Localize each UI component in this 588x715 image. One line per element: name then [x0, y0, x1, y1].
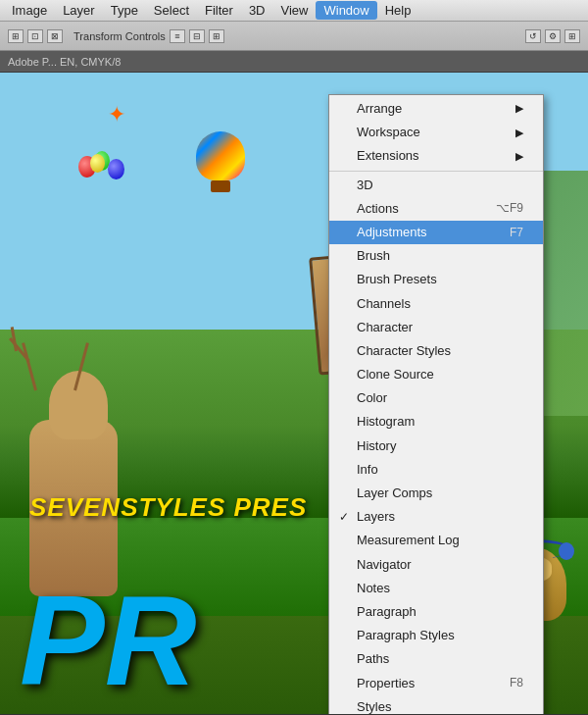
menu-item-brush-presets[interactable]: Brush Presets [329, 268, 543, 291]
firework: ✦ [108, 102, 125, 128]
transform-controls-label: ⊞ ⊡ ⊠ Transform Controls ≡ ⊟ ⊞ [8, 29, 224, 43]
menu-item-arrange[interactable]: Arrange ▶ [329, 97, 543, 121]
menu-item-brush[interactable]: Brush [329, 244, 543, 268]
menu-select[interactable]: Select [146, 1, 197, 20]
settings-icon: ⚙ [545, 29, 561, 43]
balloon-blue [108, 159, 124, 179]
menu-item-clone-source[interactable]: Clone Source [329, 363, 543, 386]
options-right: ↺ ⚙ ⊞ [525, 29, 580, 43]
bottom-text-label: SEVENSTYLES PRES [29, 492, 307, 523]
menu-item-measurement-log[interactable]: Measurement Log [329, 529, 543, 552]
menu-item-layer-comps[interactable]: Layer Comps [329, 482, 543, 505]
options-bar: ⊞ ⊡ ⊠ Transform Controls ≡ ⊟ ⊞ ↺ ⚙ ⊞ [0, 22, 588, 51]
actions-shortcut: ⌥F9 [476, 200, 523, 217]
menu-section-2: 3D Actions ⌥F9 Adjustments F7 Brush Brus… [329, 172, 543, 714]
menu-item-layers[interactable]: ✓ Layers [329, 505, 543, 529]
arrow-icon: ▶ [515, 101, 523, 116]
menu-item-actions[interactable]: Actions ⌥F9 [329, 197, 543, 221]
arrow-icon: ▶ [515, 149, 523, 164]
menu-item-adjustments[interactable]: Adjustments F7 [329, 221, 543, 244]
menu-item-properties[interactable]: Properties F8 [329, 672, 543, 695]
balloon-yellow [90, 154, 105, 173]
menu-item-histogram[interactable]: Histogram [329, 410, 543, 434]
menu-item-paragraph-styles[interactable]: Paragraph Styles [329, 624, 543, 647]
menu-filter[interactable]: Filter [197, 1, 241, 20]
document-title: Adobe P... [8, 56, 57, 68]
transform-icon-3: ⊠ [47, 29, 63, 43]
hot-air-balloon [196, 131, 245, 195]
transform-icon-4: ≡ [170, 29, 185, 43]
menu-item-notes[interactable]: Notes [329, 577, 543, 600]
menu-3d[interactable]: 3D [241, 1, 273, 20]
transform-icon-2: ⊡ [27, 29, 43, 43]
layers-checkmark: ✓ [339, 509, 349, 526]
big-letters: PR [20, 577, 197, 704]
menu-item-navigator[interactable]: Navigator [329, 553, 543, 577]
menu-section-1: Arrange ▶ Workspace ▶ Extensions ▶ [329, 95, 543, 172]
menu-item-extensions[interactable]: Extensions ▶ [329, 144, 543, 168]
transform-icon-5: ⊟ [189, 29, 205, 43]
menu-type[interactable]: Type [103, 1, 146, 20]
menu-item-channels[interactable]: Channels [329, 292, 543, 316]
canvas-area: ✦ JU SEVENSTYLES PRES PR [0, 73, 588, 714]
menu-layer[interactable]: Layer [55, 1, 103, 20]
menu-help[interactable]: Help [377, 1, 419, 20]
menu-item-color[interactable]: Color [329, 386, 543, 410]
arrow-icon: ▶ [515, 126, 523, 140]
menu-item-workspace[interactable]: Workspace ▶ [329, 121, 543, 144]
menu-item-character-styles[interactable]: Character Styles [329, 339, 543, 363]
menu-item-info[interactable]: Info [329, 458, 543, 482]
menu-view[interactable]: View [273, 1, 317, 20]
deer [0, 322, 167, 596]
menu-item-paths[interactable]: Paths [329, 647, 543, 671]
menu-item-styles[interactable]: Styles [329, 695, 543, 714]
document-tab[interactable]: Adobe P... EN, CMYK/8 [0, 51, 588, 73]
menu-item-3d[interactable]: 3D [329, 174, 543, 197]
menu-item-history[interactable]: History [329, 434, 543, 458]
rotate-icon: ↺ [525, 29, 541, 43]
transform-icon-1: ⊞ [8, 29, 24, 43]
menu-item-character[interactable]: Character [329, 316, 543, 339]
grid-icon: ⊞ [564, 29, 580, 43]
menu-item-paragraph[interactable]: Paragraph [329, 600, 543, 624]
menu-image[interactable]: Image [4, 1, 55, 20]
window-dropdown-menu[interactable]: Arrange ▶ Workspace ▶ Extensions ▶ 3D [328, 94, 544, 714]
menu-window[interactable]: Window [316, 1, 376, 20]
transform-label: Transform Controls [74, 30, 166, 42]
menu-bar: Image Layer Type Select Filter 3D View W… [0, 0, 588, 22]
transform-icon-6: ⊞ [209, 29, 224, 43]
document-colormode: EN, CMYK/8 [60, 56, 121, 68]
adjustments-shortcut: F7 [490, 225, 523, 241]
properties-shortcut: F8 [490, 675, 523, 691]
